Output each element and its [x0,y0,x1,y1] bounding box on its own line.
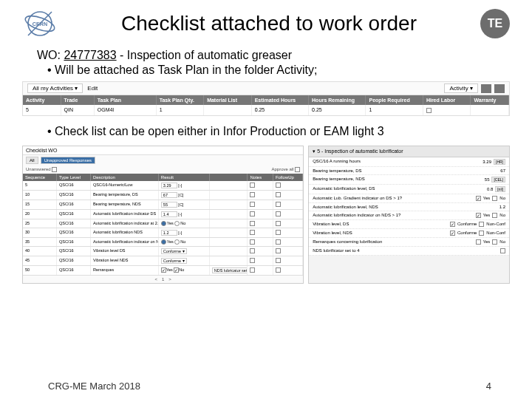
cell: QIN [61,105,95,115]
wo-number-link[interactable]: 24777383 [64,49,116,61]
list-item: Vibration level, DSConforme Non-Conf [309,220,509,229]
activity-screenshot: All my Activities ▾ Edit Activity ▾ Acti… [22,81,510,116]
pager-next[interactable]: > [168,277,171,282]
bullet-checklist: Check list can be open either in Infor P… [47,125,495,138]
table-row: 50QSC/16RemarquesYes NoNDS lubricator se… [23,266,303,276]
table-row: 5QSC/16QSC/16-Numeric/Low3.29 [-] [23,181,303,191]
table-row: 25QSC/16Automatic lubrification indicato… [23,219,303,228]
col-header: Hired Labor [423,95,471,105]
tab-all[interactable]: All [26,157,38,164]
list-item: Bearing temperature, DS67 [309,167,509,175]
cell: OGM4I [95,105,157,115]
list-item: Automatic Lub. Gradient indicator on DS … [309,194,509,203]
svg-text:CERN: CERN [33,21,47,27]
edit-link[interactable]: Edit [87,85,98,92]
activity-right-dropdown[interactable]: Activity ▾ [444,83,478,93]
eam-light-pane: ▾ 5 - Inspection of automatic lubrificat… [308,146,510,284]
list-item: NDS lubrificator set to 4 [309,247,509,256]
infor-pane: Checklist WO All Unapproved Responses Un… [22,146,304,284]
col-header: Estimated Hours [252,95,309,105]
cell [471,105,509,115]
list-item: Automatic lubrification indicator on NDS… [309,211,509,220]
activities-dropdown[interactable]: All my Activities ▾ [27,83,83,93]
page-title: Checklist attached to work order [58,12,480,35]
slide-number: 4 [486,381,491,392]
left-pane-title: Checklist WO [23,146,303,155]
wo-line: WO: 24777383 - Inspection of automatic g… [37,49,495,62]
col-header: Material List [204,95,252,105]
list-item: Remarques concerning lubrificationYes No [309,238,509,247]
cell: 5 [23,105,61,115]
cell: 0.25 [309,105,366,115]
te-logo: TE [480,9,510,38]
cell [204,105,252,115]
col-header: Warranty [471,95,509,105]
footer-left: CRG-ME March 2018 [48,381,140,392]
cell [423,105,471,115]
list-item: Vibration level, NDSConforme Non-Conf [309,229,509,238]
col-header: Task Plan [95,95,157,105]
menu-icon[interactable] [494,84,505,93]
unanswered-checkbox[interactable] [52,167,57,172]
right-pane-title: ▾ 5 - Inspection of automatic lubrificat… [309,146,509,157]
table-row: 45QSC/16Vibration level NDSConforme ▾ [23,256,303,266]
col-header: Hours Remaining [309,95,366,105]
list-item: Automatic lubrification level, NDS1.2 [309,203,509,211]
list-item: QSC/16 A running hours3.29 [HR] [309,157,509,167]
list-item: Bearing temperature, NDS55 [CEL] [309,175,509,185]
cell: 1 [157,105,205,115]
tab-unapproved[interactable]: Unapproved Responses [41,157,95,164]
cell: 1 [366,105,423,115]
col-header: Trade [61,95,95,105]
pager: < 1 > [23,276,303,283]
table-row: 15QSC/16Bearing temperature, NDS55 [C] [23,200,303,210]
cern-logo: CERN [22,6,58,41]
col-header: People Required [366,95,423,105]
approveall-checkbox[interactable] [295,167,300,172]
list-item: Automatic lubrification level, DS0.8 [ni… [309,185,509,194]
table-row: 35QSC/16Automatic lubrification indicato… [23,238,303,247]
table-row: 20QSC/16Automatic lubrification indicato… [23,210,303,219]
col-header: Activity [23,95,61,105]
col-header: Task Plan Qty. [157,95,205,105]
pager-prev[interactable]: < [154,277,157,282]
table-row: 10QSC/16Bearing temperature, DS67 [C] [23,191,303,200]
bullet-taskplan: Will be attached as Task Plan in the fol… [47,64,495,77]
grid-icon[interactable] [481,84,491,93]
cell: 0.25 [252,105,309,115]
table-row: 30QSC/16Automatic lubrification NDS1.2 [… [23,228,303,238]
table-row: 40QSC/16Vibration level DSConforme ▾ [23,247,303,256]
